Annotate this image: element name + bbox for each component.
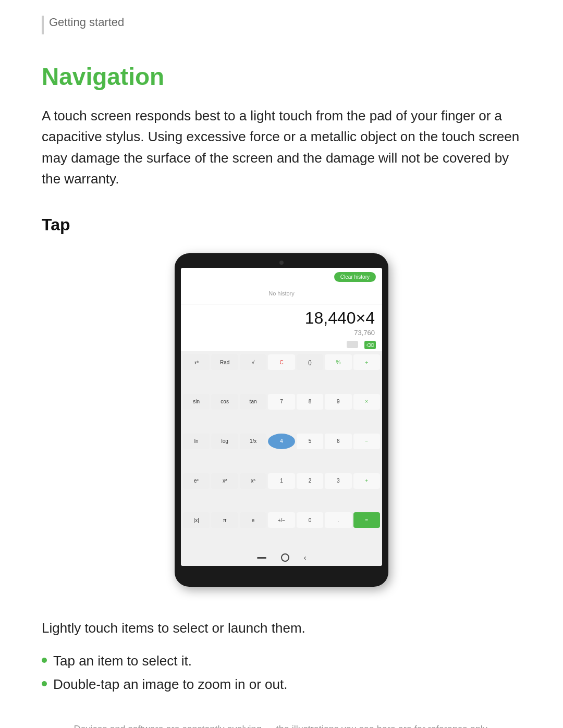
clear-history-button[interactable]: Clear history bbox=[334, 272, 376, 282]
key-square[interactable]: x² bbox=[211, 473, 238, 489]
key-0[interactable]: 0 bbox=[297, 512, 323, 528]
footer-text: Devices and software are constantly evol… bbox=[42, 724, 521, 728]
calc-display: 18,440×4 73,760 bbox=[181, 304, 382, 339]
bullet-item-1: Tap an item to select it. bbox=[42, 653, 521, 669]
key-tan[interactable]: tan bbox=[240, 394, 266, 410]
key-sqrt[interactable]: √ bbox=[240, 354, 266, 370]
tablet-device: Clear history No history 18,440×4 73,760… bbox=[175, 253, 388, 587]
key-3[interactable]: 3 bbox=[325, 473, 351, 489]
key-log[interactable]: log bbox=[211, 434, 238, 449]
tablet-camera bbox=[279, 261, 284, 265]
intro-text: A touch screen responds best to a light … bbox=[42, 105, 521, 189]
key-clear[interactable]: C bbox=[268, 354, 295, 370]
key-plusminus[interactable]: +/− bbox=[268, 512, 295, 528]
key-sin[interactable]: sin bbox=[183, 394, 210, 410]
bullet-item-2: Double-tap an image to zoom in or out. bbox=[42, 676, 521, 693]
top-border bbox=[42, 16, 44, 34]
key-cos[interactable]: cos bbox=[211, 394, 238, 410]
bullet-text-1: Tap an item to select it. bbox=[53, 653, 192, 669]
calc-history-area: Clear history No history bbox=[181, 268, 382, 304]
key-6[interactable]: 6 bbox=[325, 434, 351, 449]
tablet-screen: Clear history No history 18,440×4 73,760… bbox=[181, 268, 382, 566]
key-pi[interactable]: π bbox=[211, 512, 238, 528]
calc-menu-icon[interactable] bbox=[347, 341, 358, 348]
key-parens[interactable]: () bbox=[297, 354, 323, 370]
key-plus[interactable]: + bbox=[353, 473, 380, 489]
key-power[interactable]: xⁿ bbox=[240, 473, 266, 489]
tablet-navbar: ‹ bbox=[181, 553, 382, 562]
calc-result: 73,760 bbox=[188, 329, 375, 337]
nav-back-icon: ‹ bbox=[304, 553, 307, 562]
key-4[interactable]: 4 bbox=[268, 434, 295, 449]
key-convert[interactable]: ⇄ bbox=[183, 354, 210, 370]
key-2[interactable]: 2 bbox=[297, 473, 323, 489]
calc-main-expression: 18,440×4 bbox=[188, 309, 375, 328]
nav-home-icon bbox=[281, 553, 289, 562]
key-divide[interactable]: ÷ bbox=[353, 354, 380, 370]
section-label: Getting started bbox=[49, 16, 124, 29]
bullet-text-2: Double-tap an image to zoom in or out. bbox=[53, 676, 287, 693]
key-e[interactable]: e bbox=[240, 512, 266, 528]
key-exp[interactable]: eˣ bbox=[183, 473, 210, 489]
key-inverse[interactable]: 1/x bbox=[240, 434, 266, 449]
key-5[interactable]: 5 bbox=[297, 434, 323, 449]
key-dot[interactable]: . bbox=[325, 512, 351, 528]
key-percent[interactable]: % bbox=[325, 354, 351, 370]
key-minus[interactable]: − bbox=[353, 434, 380, 449]
page-title: Navigation bbox=[42, 63, 521, 91]
key-8[interactable]: 8 bbox=[297, 394, 323, 410]
key-9[interactable]: 9 bbox=[325, 394, 351, 410]
no-history-text: No history bbox=[187, 285, 376, 300]
key-equals[interactable]: = bbox=[353, 512, 380, 528]
key-1[interactable]: 1 bbox=[268, 473, 295, 489]
key-7[interactable]: 7 bbox=[268, 394, 295, 410]
key-multiply[interactable]: × bbox=[353, 394, 380, 410]
calc-keypad: ⇄ Rad √ C () % ÷ sin cos tan 7 8 9 × ln … bbox=[181, 351, 382, 566]
bullet-list: Tap an item to select it. Double-tap an … bbox=[42, 653, 521, 693]
bullet-dot-2 bbox=[42, 681, 47, 686]
sub-heading: Tap bbox=[42, 215, 521, 235]
key-ln[interactable]: ln bbox=[183, 434, 210, 449]
nav-menu-icon bbox=[257, 557, 266, 559]
key-rad[interactable]: Rad bbox=[211, 354, 238, 370]
key-abs[interactable]: |x| bbox=[183, 512, 210, 528]
bullet-dot-1 bbox=[42, 658, 47, 663]
device-container: Clear history No history 18,440×4 73,760… bbox=[42, 253, 521, 587]
body-text: Lightly touch items to select or launch … bbox=[42, 618, 521, 638]
calc-icons-row: ⌫ bbox=[181, 339, 382, 351]
calc-delete-icon[interactable]: ⌫ bbox=[364, 341, 376, 349]
